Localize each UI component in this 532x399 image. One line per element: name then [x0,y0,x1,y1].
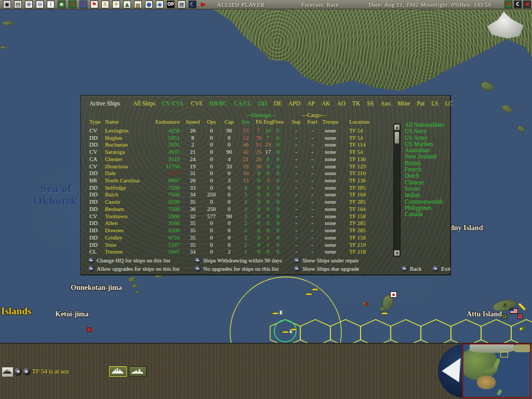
us-flag-icon[interactable] [510,308,518,314]
hex-cell[interactable] [511,320,532,343]
tab-all-ships[interactable]: All Ships [133,100,155,107]
tab-apd[interactable]: APD [288,100,300,107]
flag-toggle-icon[interactable]: ⚑ [504,1,512,8]
base-alert-icon[interactable]: ✕ [517,314,523,319]
nationality-filter-us-army[interactable]: US Army [405,135,444,141]
nationality-filter-us-marines[interactable]: US Marines [405,141,444,147]
allied-air-icon[interactable]: ✈ [79,1,87,8]
tab-bb-bc[interactable]: BB/BC [209,100,227,107]
show-ships-due-upgrade-button[interactable]: →Show Ships due upgrade [294,265,359,272]
tab-aux[interactable]: Aux [380,100,391,107]
nationality-filter-philippines[interactable]: Philippines [405,205,444,211]
tab-mine[interactable]: Mine [397,100,410,107]
ship-row[interactable]: DDDale1427310016000--noneTF 210 [81,170,393,177]
ship-row[interactable]: DDCassin650035003000--noneTF 285 [81,198,393,206]
tab-ca-cl[interactable]: CA/CL [234,100,251,107]
ship-row[interactable]: DDAllen350035002000--noneTF 285 [81,220,393,227]
tab-ls[interactable]: LS [431,100,438,107]
save-icon[interactable]: ▣ [3,1,11,8]
tab-cv-cvl[interactable]: CV/CVL [162,100,184,107]
scroll-thumb[interactable] [394,131,400,144]
nationality-filter-new-zealand[interactable]: New Zealand [405,153,444,159]
hex-cell[interactable] [391,320,421,343]
combat-report-icon[interactable]: C [514,1,522,8]
nationality-filter-us-navy[interactable]: US Navy [405,128,444,134]
nationality-filter-all-nationalities[interactable]: All Nationalities [405,122,444,128]
tab-cve[interactable]: CVE [191,100,203,107]
ship-row[interactable]: DDSelfridge750033004010--noneTF 285 [81,184,393,192]
ship-row[interactable]: CAChester93192404212600--noneTF 136 [81,156,393,163]
zoom-in-icon[interactable]: ⊕ [25,1,33,8]
end-turn-icon[interactable]: ▶ [200,1,207,8]
naval-icon[interactable]: ⚓ [101,1,109,8]
nationality-filter-chinese[interactable]: Chinese [405,179,444,185]
scrollbar[interactable]: ▲ ▼ [393,124,401,257]
base-icon[interactable]: ▅ [134,1,142,8]
ship-row[interactable]: DDGridley675035002010--noneTF 158 [81,234,393,242]
task-force-icon[interactable] [311,287,319,291]
nationality-filter-british[interactable]: British [405,160,444,166]
close-icon[interactable]: ✖ [523,1,531,8]
hex-cell[interactable] [330,320,361,343]
ship-row[interactable]: CVSaratoga4937210904225170--noneTF 54 [81,149,393,156]
allow-upgrades-for-ships-on-this-list-button[interactable]: →Allow upgrades for ships on this list [88,265,180,272]
japanese-flag-icon[interactable] [390,291,397,298]
tf-ship-button-selected[interactable] [109,366,127,377]
globe-icon[interactable]: ● [145,1,153,8]
hex-cell[interactable] [421,320,451,343]
terrain-icon[interactable]: ▲ [123,1,131,8]
nationality-filter-soviet[interactable]: Soviet [405,185,444,192]
tab-ao[interactable]: AO [337,100,345,107]
air-groups-icon[interactable]: ✈ [112,1,120,8]
zoom-out-icon[interactable]: ⊖ [36,1,44,8]
enemy-base-marker[interactable] [365,302,368,306]
ship-row[interactable]: DDBalch75003425003000--noneTF 164 [81,191,393,198]
prev-tf-button[interactable]: ◀ [14,368,22,376]
ship-row[interactable]: DDDownes650035002000--noneTF 285 [81,227,393,234]
ship-row[interactable]: DDHughes5051800527670--noneTF 54 [81,135,393,142]
task-force-icon[interactable]: E [272,310,283,315]
world-minimap[interactable] [462,343,531,398]
star-icon[interactable]: ★ [58,1,65,8]
no-upgrades-for-ships-on-this-list-button[interactable]: →No upgrades for ships on this list [195,265,278,272]
task-force-icon[interactable] [381,311,389,315]
tab-lc[interactable]: LC [445,100,453,107]
ship-row[interactable]: CVLexington425826090537100--noneTF 54 [81,127,393,135]
change-hq-for-ships-on-this-list-button[interactable]: →Change HQ for ships on this list [88,257,170,263]
scroll-up-icon[interactable]: ▲ [394,124,400,130]
hex-cell[interactable] [481,320,511,343]
back-button[interactable]: →Back [402,265,422,272]
exit-button[interactable]: →Exit [433,265,450,272]
weather-icon[interactable]: ☾ [189,1,196,8]
report-icon[interactable]: ▤ [14,1,22,8]
scroll-down-icon[interactable]: ▼ [394,250,400,256]
nationality-filter-commonwealth[interactable]: Commonwealth [405,198,444,205]
ships-withdrawing-within-90-days-button[interactable]: →Ships Withdrawing within 90 days [195,257,282,263]
ship-row[interactable]: DDBuchanan50912004691290--noneTF 114 [81,141,393,149]
tracks-icon[interactable]: ▦ [178,1,185,8]
show-ships-under-repair-button[interactable]: →Show Ships under repair [294,257,358,263]
hex-cell[interactable] [300,320,330,343]
tf-ship-button[interactable] [129,366,147,377]
ship-row[interactable]: DDBenham75003625003000--noneTF 164 [81,206,393,213]
minimap-viewport[interactable] [500,352,508,357]
nationality-filter-french[interactable]: French [405,166,444,172]
task-force-icon[interactable] [305,292,313,296]
ship-row[interactable]: CVYorktown596632577903010--noneTF 158 [81,213,393,220]
hex-cell[interactable] [361,320,391,343]
op-icon[interactable]: OP [167,1,175,8]
ship-panel-button[interactable] [2,367,14,377]
ship-row[interactable]: CVIllustrious1175019033193600--noneTF 12… [81,163,393,170]
nationality-filter-dutch[interactable]: Dutch [405,172,444,179]
tab-dd[interactable]: DD [258,100,267,107]
tab-tk[interactable]: TK [352,100,360,107]
info-icon[interactable]: i [47,1,55,8]
base-status-icon[interactable]: ✕ [502,314,507,319]
ship-row[interactable]: CLTrenton594734022000--noneTF 218 [81,248,393,256]
japanese-air-icon[interactable]: ✈ [69,1,76,8]
nationality-filter-canada[interactable]: Canada [405,211,444,217]
tab-ap[interactable]: AP [307,100,315,107]
enemy-base-marker[interactable] [87,327,91,332]
tab-pat[interactable]: Pat [417,100,424,107]
nationality-filter-indian[interactable]: Indian [405,192,444,198]
